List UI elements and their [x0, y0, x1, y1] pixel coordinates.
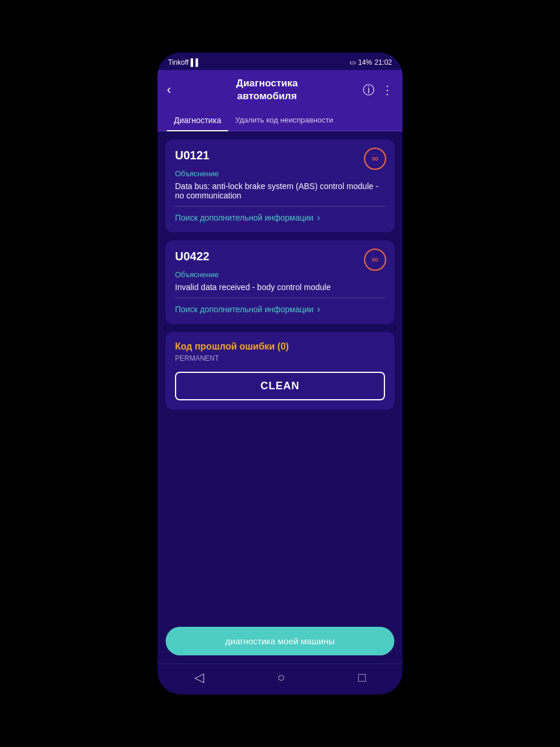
- header-title-line1: Диагностика: [171, 77, 363, 90]
- error-card-u0422: U0422 ∞ Объяснение Invalid data received…: [166, 240, 394, 324]
- past-error-section: Код прошлой ошибки (0) PERMANENT CLEAN: [166, 332, 394, 410]
- error-code-u0422: U0422: [175, 250, 385, 263]
- app-header: ‹ Диагностика автомобиля ⓘ ⋮: [158, 70, 402, 110]
- more-menu-button[interactable]: ⋮: [382, 83, 393, 97]
- info-button[interactable]: ⓘ: [363, 82, 374, 98]
- permanent-label: PERMANENT: [175, 354, 385, 362]
- error-code-u0121: U0121: [175, 149, 385, 162]
- tab-diagnostics[interactable]: Диагностика: [167, 110, 228, 131]
- signal-icon: ▌▌: [191, 58, 201, 67]
- more-options-button-2[interactable]: ∞: [364, 249, 386, 271]
- status-bar: Tinkoff ▌▌ ▭ 14% 21:02: [158, 53, 402, 70]
- clean-button[interactable]: CLEAN: [175, 372, 385, 400]
- search-link-1[interactable]: Поиск дополнительной информации ›: [175, 212, 385, 223]
- explanation-label-2: Объяснение: [175, 270, 385, 279]
- back-nav-icon[interactable]: ◁: [194, 670, 204, 685]
- battery-level: 14%: [358, 58, 372, 67]
- arrow-icon-2: ›: [317, 304, 320, 315]
- error-card-u0121: U0121 ∞ Объяснение Data bus: anti-lock b…: [166, 139, 394, 232]
- main-content: U0121 ∞ Объяснение Data bus: anti-lock b…: [158, 131, 402, 627]
- carrier-label: Tinkoff ▌▌: [168, 58, 201, 67]
- tab-bar: Диагностика Удалить код неисправности: [158, 110, 402, 131]
- bottom-nav: ◁ ○ □: [158, 664, 402, 694]
- header-title-line2: автомобиля: [171, 90, 363, 103]
- search-link-2[interactable]: Поиск дополнительной информации ›: [175, 304, 385, 315]
- arrow-icon-1: ›: [317, 212, 320, 223]
- tab-delete-code[interactable]: Удалить код неисправности: [228, 110, 340, 131]
- battery-icon: ▭: [349, 58, 356, 67]
- diagnose-my-car-button[interactable]: диагностика моей машины: [166, 627, 394, 655]
- recents-nav-icon[interactable]: □: [358, 670, 366, 685]
- past-error-title: Код прошлой ошибки (0): [175, 341, 385, 352]
- home-nav-icon[interactable]: ○: [277, 670, 285, 685]
- status-right: ▭ 14% 21:02: [349, 58, 392, 67]
- carrier-name: Tinkoff: [168, 58, 188, 67]
- header-title: Диагностика автомобиля: [171, 77, 363, 103]
- explanation-text-1: Data bus: anti-lock brake system (ABS) c…: [175, 181, 385, 207]
- back-button[interactable]: ‹: [167, 82, 171, 97]
- header-icons: ⓘ ⋮: [363, 82, 393, 98]
- explanation-label-1: Объяснение: [175, 169, 385, 178]
- clock: 21:02: [374, 58, 392, 67]
- more-options-button-1[interactable]: ∞: [364, 148, 386, 170]
- explanation-text-2: Invalid data received - body control mod…: [175, 282, 385, 298]
- phone-screen: Tinkoff ▌▌ ▭ 14% 21:02 ‹ Диагностика авт…: [158, 53, 402, 694]
